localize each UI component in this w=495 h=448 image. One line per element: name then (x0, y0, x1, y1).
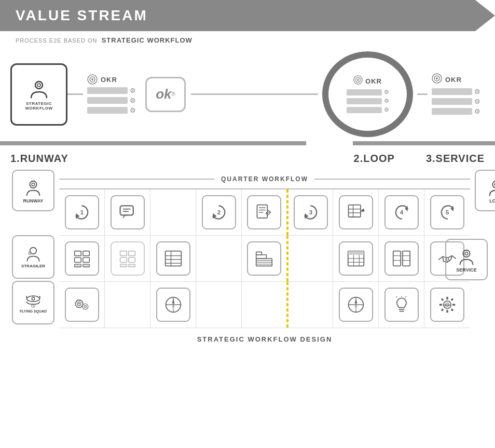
svg-point-0 (35, 82, 43, 89)
quarter-workflow-row: QUARTER WORKFLOW (59, 170, 470, 188)
svg-point-16 (27, 296, 40, 302)
subtitle: PROCESS E2E BASED ON STRATEGIC WORKFLOW (0, 31, 495, 47)
person-icon (28, 78, 50, 100)
icon-two-col (384, 241, 419, 276)
flying-squad-icon (25, 292, 42, 309)
cell-edit-grid[interactable] (333, 189, 379, 235)
cell-step-4[interactable]: 4 (379, 189, 424, 235)
connector-line-1 (67, 93, 83, 95)
cell-empty-1 (150, 189, 196, 235)
cell-staircase[interactable] (242, 236, 287, 281)
icon-gears (65, 288, 99, 322)
svg-point-11 (30, 181, 36, 187)
qw-line-right (314, 179, 470, 180)
svg-rect-101 (439, 304, 442, 306)
svg-rect-47 (120, 251, 127, 256)
runway-icon (23, 178, 43, 198)
svg-rect-46 (82, 264, 89, 267)
svg-rect-50 (128, 257, 135, 262)
svg-rect-45 (74, 264, 81, 267)
icon-mvp: MVP (430, 288, 464, 322)
strategic-workflow-box: STRATEGICWORKFLOW (10, 63, 67, 126)
svg-line-96 (396, 296, 397, 297)
svg-rect-51 (120, 264, 127, 267)
loop-landmark-box: Loop (475, 170, 495, 211)
qw-line-left (59, 179, 215, 180)
flying-squad-label: Flying Squad (20, 309, 47, 314)
cell-mvp[interactable]: MVP (424, 282, 470, 328)
cell-lightbulb[interactable] (379, 282, 424, 328)
cell-step-2[interactable]: 2 (196, 189, 242, 235)
cell-step-1[interactable]: 1 (59, 189, 105, 235)
cell-empty-6 (242, 282, 287, 328)
icon-step-3: 3 (294, 195, 328, 229)
stragiler-label: Stragiler (21, 264, 45, 268)
cell-grid-2x3-b[interactable] (105, 236, 150, 281)
svg-rect-33 (348, 205, 360, 217)
cell-two-col[interactable] (379, 236, 424, 281)
cell-chat[interactable] (105, 189, 150, 235)
cell-step-3[interactable]: 3 (287, 189, 333, 235)
svg-rect-60 (256, 252, 262, 254)
svg-rect-105 (441, 308, 444, 311)
main-area: Runway Stragiler (0, 170, 495, 346)
svg-point-15 (30, 252, 31, 253)
cell-step-5[interactable]: 5 (424, 189, 470, 235)
cell-grid-2x3-a[interactable] (59, 236, 105, 281)
svg-point-110 (463, 250, 470, 256)
svg-rect-26 (257, 205, 268, 218)
cell-gears[interactable] (59, 282, 105, 328)
stragiler-box: Stragiler (12, 235, 54, 279)
icon-table-layout (156, 241, 190, 276)
row-3: MVP (59, 282, 470, 328)
icon-step-2: 2 (202, 195, 236, 229)
okr-bars-3: ⚙ ⚙ ⚙ (432, 88, 480, 115)
svg-point-12 (32, 183, 35, 186)
cell-table-layout[interactable] (150, 236, 196, 281)
icon-grid-2x3-a (65, 241, 99, 276)
cell-edit-doc[interactable] (242, 189, 287, 235)
icon-chat (111, 195, 145, 229)
runway-landmark-box: Runway (12, 170, 54, 211)
svg-rect-59 (256, 255, 267, 259)
svg-rect-53 (165, 251, 181, 266)
okr-target-icon-1 (87, 74, 98, 85)
svg-point-17 (32, 297, 34, 300)
bottom-label: STRATEGIC WORKFLOW DESIGN (59, 328, 470, 346)
cell-dark-table[interactable] (333, 236, 379, 281)
subtitle-prefix: PROCESS E2E BASED ON (16, 37, 98, 44)
svg-text:MVP: MVP (444, 304, 450, 307)
okr-label-2: OKR (365, 77, 382, 85)
svg-rect-65 (348, 251, 364, 255)
svg-point-81 (85, 306, 86, 307)
svg-rect-100 (446, 310, 448, 313)
section-labels: 1.RUNWAY 2.LOOP 3.SERVICE (0, 147, 495, 170)
svg-point-4 (91, 78, 93, 80)
icon-dark-table (339, 241, 373, 276)
okr-target-icon-2 (353, 75, 363, 87)
svg-text:3: 3 (309, 209, 312, 215)
icon-staircase (247, 241, 281, 276)
icon-grid-2x3-b (111, 241, 145, 276)
cell-empty-7 (287, 282, 333, 328)
icon-step-1: 1 (65, 195, 99, 229)
svg-rect-44 (82, 257, 89, 262)
service-landmark-box: Service (445, 239, 488, 280)
cell-empty-5 (196, 282, 242, 328)
cell-empty-2 (196, 236, 242, 281)
svg-point-7 (357, 79, 359, 81)
stragiler-icon (24, 246, 42, 263)
icon-compass (156, 288, 190, 322)
grid-area: QUARTER WORKFLOW 1 (59, 170, 470, 346)
icon-compass-2 (339, 288, 373, 322)
svg-rect-103 (441, 298, 444, 301)
okr-section-3: OKR ⚙ ⚙ ⚙ (432, 73, 480, 115)
cell-compass-2[interactable] (333, 282, 379, 328)
svg-text:5: 5 (446, 209, 449, 215)
svg-text:4: 4 (400, 209, 403, 215)
svg-point-111 (465, 252, 468, 255)
cell-compass[interactable] (150, 282, 196, 328)
service-icon (457, 247, 476, 267)
okr-bars-1: ⚙ ⚙ ⚙ (87, 87, 136, 114)
subtitle-main: STRATEGIC WORKFLOW (102, 36, 192, 44)
